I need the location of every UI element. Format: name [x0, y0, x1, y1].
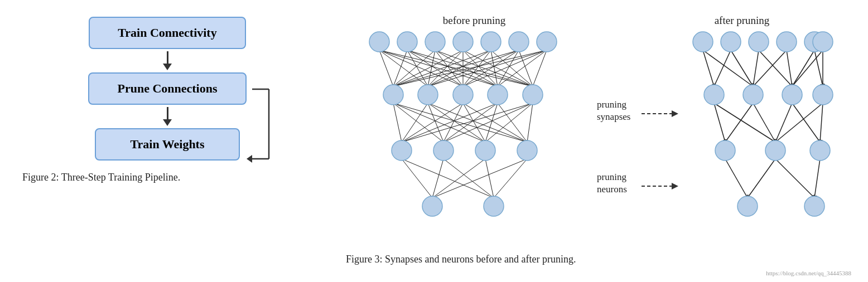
svg-line-99: [792, 50, 814, 86]
svg-line-61: [432, 159, 443, 198]
svg-line-66: [494, 159, 527, 198]
arrow-1: [163, 51, 172, 70]
svg-line-51: [402, 103, 498, 142]
svg-point-115: [693, 32, 713, 52]
svg-point-120: [813, 32, 833, 52]
train-weights-box: Train Weights: [95, 128, 240, 161]
svg-line-47: [402, 103, 463, 142]
svg-point-121: [704, 85, 724, 105]
svg-text:neurons: neurons: [597, 184, 627, 195]
train-connectivity-box: Train Connectivity: [89, 17, 245, 49]
svg-line-10: [407, 50, 428, 86]
svg-line-59: [402, 159, 432, 198]
figure-3-caption: Figure 3: Synapses and neurons before an…: [346, 254, 725, 265]
svg-line-7: [379, 50, 498, 86]
svg-point-74: [383, 85, 403, 105]
svg-line-63: [432, 159, 485, 198]
svg-point-82: [517, 140, 537, 161]
svg-point-126: [765, 140, 785, 161]
svg-point-77: [488, 85, 508, 105]
svg-line-43: [402, 103, 428, 142]
svg-line-113: [775, 159, 814, 198]
svg-line-53: [485, 103, 498, 142]
svg-point-123: [782, 85, 802, 105]
neural-network-svg: before pruning after pruning: [346, 8, 848, 248]
after-label: after pruning: [715, 14, 770, 26]
svg-point-128: [737, 196, 758, 216]
svg-point-117: [749, 32, 769, 52]
svg-line-111: [725, 159, 748, 198]
svg-point-127: [810, 140, 830, 161]
svg-point-84: [484, 196, 504, 216]
svg-line-25: [428, 50, 491, 86]
svg-text:pruning: pruning: [597, 172, 626, 182]
arrow-2: [163, 107, 172, 126]
svg-point-83: [422, 196, 442, 216]
svg-line-50: [463, 103, 527, 142]
networks-container: before pruning after pruning: [346, 8, 857, 248]
svg-line-62: [443, 159, 494, 198]
before-label: before pruning: [443, 14, 506, 26]
svg-point-70: [453, 32, 473, 52]
svg-line-105: [725, 103, 753, 142]
flow-diagram: Train Connectivity Prune Connections: [17, 17, 318, 161]
svg-line-110: [820, 103, 823, 142]
svg-line-107: [775, 103, 792, 142]
watermark: https://blog.csdn.net/qq_34445388: [346, 270, 857, 276]
svg-point-71: [481, 32, 501, 52]
svg-line-94: [731, 50, 753, 86]
svg-line-34: [393, 50, 547, 86]
svg-point-73: [537, 32, 557, 52]
svg-point-129: [804, 196, 824, 216]
svg-point-79: [392, 140, 412, 161]
svg-point-80: [433, 140, 454, 161]
svg-point-67: [369, 32, 389, 52]
svg-point-122: [743, 85, 763, 105]
svg-line-58: [527, 103, 533, 142]
svg-point-81: [475, 140, 495, 161]
figure-2-caption: Figure 2: Three-Step Training Pipeline.: [22, 172, 180, 183]
svg-line-91: [703, 50, 714, 86]
svg-point-78: [523, 85, 543, 105]
feedback-arrow: [247, 72, 280, 170]
svg-line-41: [393, 103, 485, 142]
left-panel: Train Connectivity Prune Connections: [0, 0, 335, 282]
svg-text:pruning: pruning: [597, 99, 626, 110]
svg-point-68: [397, 32, 417, 52]
svg-line-106: [753, 103, 775, 142]
svg-line-57: [485, 103, 533, 142]
svg-point-75: [418, 85, 438, 105]
svg-text:synapses: synapses: [597, 111, 630, 122]
prune-connections-box: Prune Connections: [88, 72, 246, 105]
svg-line-27: [491, 50, 498, 86]
svg-line-9: [393, 50, 407, 86]
svg-point-76: [453, 85, 473, 105]
svg-point-69: [425, 32, 445, 52]
svg-line-112: [748, 159, 775, 198]
svg-line-29: [393, 50, 519, 86]
svg-point-124: [813, 85, 833, 105]
svg-line-52: [443, 103, 498, 142]
svg-line-114: [814, 159, 820, 198]
svg-point-72: [509, 32, 529, 52]
svg-point-125: [715, 140, 735, 161]
svg-point-116: [721, 32, 741, 52]
svg-line-28: [491, 50, 533, 86]
svg-line-55: [402, 103, 533, 142]
svg-line-33: [519, 50, 533, 86]
svg-point-118: [777, 32, 797, 52]
right-panel: before pruning after pruning: [335, 0, 868, 282]
svg-marker-3: [247, 155, 252, 163]
